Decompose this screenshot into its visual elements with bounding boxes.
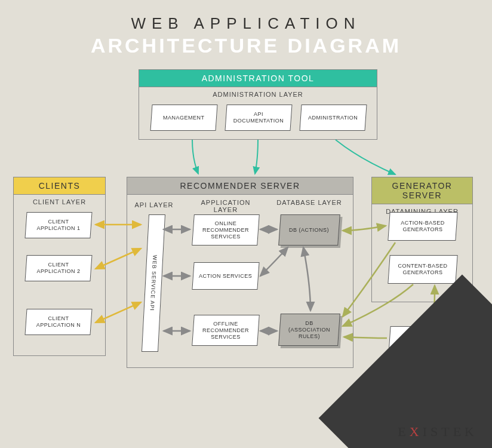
- action-services: ACTION SERVICES: [192, 262, 259, 290]
- title-line2: ARCHITECTURE DIAGRAM: [0, 34, 492, 57]
- admin-box-management: MANAGEMENT: [150, 105, 217, 131]
- client-app-n: CLIENT APPLICATION N: [24, 309, 92, 335]
- content-based-generators: CONTENT-BASED GENERATORS: [388, 255, 457, 284]
- action-based-generators: ACTION-BASED GENERATORS: [388, 212, 457, 241]
- admin-tool-frame: ADMINISTRATION TOOL ADMINISTRATION LAYER…: [139, 69, 377, 140]
- admin-header: ADMINISTRATION TOOL: [139, 70, 377, 87]
- existek-logo: EXISTEK: [398, 424, 478, 440]
- online-recommender-services: ONLINE RECOMMENDER SERVICES: [192, 214, 260, 246]
- db-layer-label: DATABASE LAYER: [276, 199, 342, 206]
- web-service-api: WEB SERVICE API: [142, 214, 165, 352]
- clients-header: CLIENTS: [14, 177, 105, 195]
- db-association-rules: DB (ASSOCIATION RULES): [278, 314, 340, 346]
- recommender-frame: RECOMMENDER SERVER API LAYER APPLICATION…: [127, 177, 353, 368]
- client-app-2: CLIENT APPLICATION 2: [24, 255, 92, 281]
- admin-layer-label: ADMINISTRATION LAYER: [139, 91, 377, 98]
- db-actions: DB (ACTIONS): [278, 214, 340, 246]
- admin-box-administration: ADMINISTRATION: [299, 105, 367, 131]
- clients-layer-label: CLIENT LAYER: [14, 198, 105, 205]
- app-layer-label: APPLICATION LAYER: [193, 199, 259, 213]
- title-line1: WEB APPLICATION: [0, 14, 492, 33]
- admin-box-api-doc: API DOCUMENTATION: [225, 105, 292, 131]
- client-app-1: CLIENT APPLICATION 1: [24, 212, 92, 238]
- recommender-header: RECOMMENDER SERVER: [127, 177, 353, 195]
- clients-frame: CLIENTS CLIENT LAYER CLIENT APPLICATION …: [13, 177, 106, 356]
- api-layer-label: API LAYER: [133, 201, 175, 208]
- generator-header: GENERATOR SERVER: [372, 177, 472, 204]
- offline-recommender-services: OFFLINE RECOMMENDER SERVICES: [192, 315, 260, 346]
